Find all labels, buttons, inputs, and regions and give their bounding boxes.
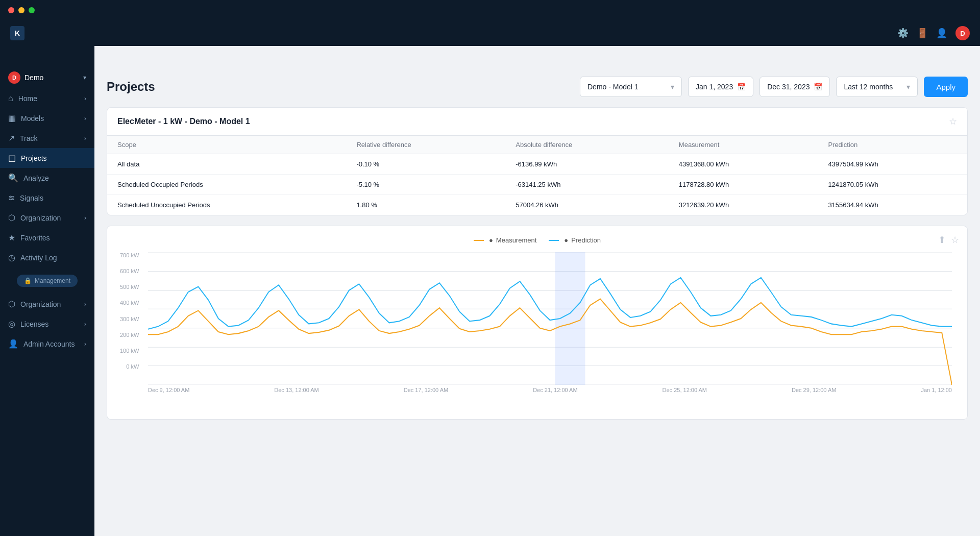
sidebar-item-models[interactable]: ▦ Models ›	[0, 108, 94, 128]
calendar-start-icon: 📅	[737, 83, 746, 91]
cell-absolute-diff: -63141.25 kWh	[505, 175, 669, 195]
sidebar-avatar: D	[8, 71, 20, 84]
user-icon[interactable]: 👤	[936, 28, 947, 39]
favorites-icon: ★	[8, 233, 15, 242]
model-dropdown-label: Demo - Model 1	[587, 83, 639, 91]
chart-svg	[148, 252, 952, 385]
sidebar-item-admin[interactable]: 👤 Admin Accounts ›	[0, 334, 94, 354]
home-icon: ⌂	[8, 94, 13, 103]
admin-chevron: ›	[84, 340, 86, 348]
sidebar-username: Demo	[24, 74, 43, 82]
table-row: Scheduled Unoccupied Periods 1.80 % 5700…	[107, 195, 967, 215]
topbar: K ⚙️ 🚪 👤 D	[0, 20, 980, 46]
sidebar-label-org-mgmt: Organization	[20, 300, 61, 308]
date-range-dropdown[interactable]: Last 12 months ▾	[836, 77, 918, 97]
apply-button[interactable]: Apply	[924, 77, 968, 97]
models-chevron: ›	[84, 115, 86, 122]
cell-measurement: 1178728.80 kWh	[669, 175, 818, 195]
cell-absolute-diff: -6136.99 kWh	[505, 154, 669, 175]
x-dec9: Dec 9, 12:00 AM	[148, 387, 189, 393]
col-measurement: Measurement	[669, 136, 818, 154]
sidebar-user-chevron: ▾	[83, 74, 86, 81]
x-jan1: Jan 1, 12:00	[921, 387, 952, 393]
legend-measurement: ● Measurement	[474, 236, 536, 244]
cell-scope: Scheduled Unoccupied Periods	[107, 195, 346, 215]
licenses-icon: ◎	[8, 319, 15, 329]
sidebar-item-projects[interactable]: ◫ Projects	[0, 148, 94, 168]
page-title: Projects	[107, 80, 155, 94]
start-date-value: Jan 1, 2023	[696, 83, 733, 91]
sidebar-label-models: Models	[21, 114, 44, 123]
y-0: 0 kW	[126, 363, 139, 370]
logo-icon: K	[10, 26, 24, 40]
col-absolute-diff: Absolute difference	[505, 136, 669, 154]
data-table: Scope Relative difference Absolute diffe…	[107, 136, 967, 215]
sidebar-item-signals[interactable]: ≋ Signals	[0, 188, 94, 208]
legend-measurement-label: Measurement	[496, 236, 536, 244]
x-dec13: Dec 13, 12:00 AM	[274, 387, 318, 393]
sidebar-label-projects: Projects	[21, 154, 47, 162]
chart-legend: ● Measurement ● Prediction	[117, 236, 957, 244]
sidebar-item-organization[interactable]: ⬡ Organization ›	[0, 208, 94, 228]
app-logo: K	[10, 26, 24, 40]
legend-prediction-label: Prediction	[571, 236, 601, 244]
start-date-input[interactable]: Jan 1, 2023 📅	[688, 77, 753, 97]
end-date-input[interactable]: Dec 31, 2023 📅	[760, 77, 830, 97]
y-500: 500 kW	[120, 284, 139, 290]
user-avatar[interactable]: D	[955, 26, 970, 40]
chart-actions: ⬆ ☆	[938, 234, 959, 246]
x-dec29: Dec 29, 12:00 AM	[792, 387, 836, 393]
favorite-star-icon[interactable]: ☆	[949, 116, 957, 127]
admin-icon: 👤	[8, 339, 18, 349]
sidebar-label-admin: Admin Accounts	[23, 340, 75, 348]
cell-measurement: 4391368.00 kWh	[669, 154, 818, 175]
minimize-dot[interactable]	[18, 7, 24, 13]
sidebar-label-licenses: Licenses	[20, 320, 48, 328]
y-700: 700 kW	[120, 252, 139, 258]
y-200: 200 kW	[120, 332, 139, 338]
cell-prediction: 1241870.05 kWh	[818, 175, 967, 195]
date-range-label: Last 12 months	[844, 83, 893, 91]
sidebar-item-analyze[interactable]: 🔍 Analyze	[0, 168, 94, 188]
cell-relative-diff: 1.80 %	[346, 195, 505, 215]
cell-scope: Scheduled Occupied Periods	[107, 175, 346, 195]
sidebar-label-home: Home	[18, 94, 37, 103]
activity-icon: ◷	[8, 253, 15, 262]
signout-icon[interactable]: 🚪	[917, 28, 928, 39]
model-dropdown[interactable]: Demo - Model 1 ▾	[580, 77, 682, 97]
data-card-title: ElecMeter - 1 kW - Demo - Model 1	[117, 117, 250, 126]
chart-favorite-icon[interactable]: ☆	[951, 234, 959, 246]
prediction-line	[148, 278, 952, 329]
gear-icon[interactable]: ⚙️	[897, 28, 909, 39]
calendar-end-icon: 📅	[814, 83, 822, 91]
licenses-chevron: ›	[84, 321, 86, 328]
upload-icon[interactable]: ⬆	[938, 234, 946, 246]
maximize-dot[interactable]	[29, 7, 35, 13]
cell-scope: All data	[107, 154, 346, 175]
sidebar-item-org-mgmt[interactable]: ⬡ Organization ›	[0, 294, 94, 314]
projects-icon: ◫	[8, 153, 16, 163]
sidebar-item-activity-log[interactable]: ◷ Activity Log	[0, 248, 94, 267]
signals-icon: ≋	[8, 193, 15, 203]
x-axis: Dec 9, 12:00 AM Dec 13, 12:00 AM Dec 17,…	[148, 387, 952, 393]
cell-absolute-diff: 57004.26 kWh	[505, 195, 669, 215]
col-prediction: Prediction	[818, 136, 967, 154]
cell-relative-diff: -5.10 %	[346, 175, 505, 195]
sidebar-user[interactable]: D Demo ▾	[0, 66, 94, 89]
sidebar-item-favorites[interactable]: ★ Favorites	[0, 228, 94, 248]
x-dec17: Dec 17, 12:00 AM	[404, 387, 448, 393]
col-relative-diff: Relative difference	[346, 136, 505, 154]
end-date-value: Dec 31, 2023	[767, 83, 810, 91]
sidebar-item-home[interactable]: ⌂ Home ›	[0, 89, 94, 108]
x-dec21: Dec 21, 12:00 AM	[533, 387, 577, 393]
page-header: Projects Demo - Model 1 ▾ Jan 1, 2023 📅 …	[107, 77, 968, 97]
org-icon: ⬡	[8, 213, 15, 223]
measurement-line	[148, 299, 952, 385]
close-dot[interactable]	[8, 7, 14, 13]
sidebar-item-licenses[interactable]: ◎ Licenses ›	[0, 314, 94, 334]
date-range-chevron: ▾	[906, 83, 910, 91]
model-dropdown-chevron: ▾	[671, 83, 674, 91]
sidebar-item-track[interactable]: ↗ Track ›	[0, 128, 94, 148]
chart-area: 700 kW 600 kW 500 kW 400 kW 300 kW 200 k…	[148, 252, 952, 385]
x-dec25: Dec 25, 12:00 AM	[663, 387, 707, 393]
